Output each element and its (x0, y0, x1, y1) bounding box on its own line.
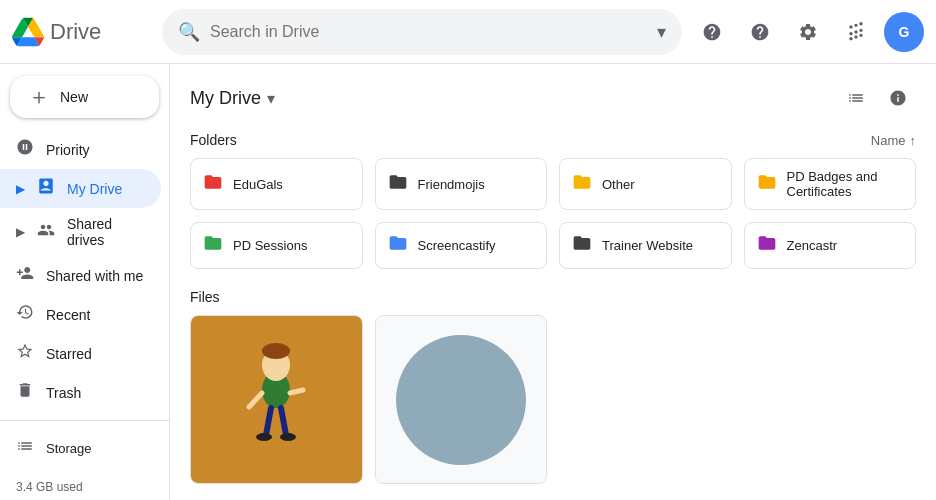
folder-icon-zencastr (757, 233, 777, 258)
shared-with-me-icon (16, 264, 34, 287)
sort-arrow-icon: ↑ (910, 133, 917, 148)
search-icon: 🔍 (178, 21, 200, 43)
sort-label-text: Name (871, 133, 906, 148)
folders-section-label: Folders Name ↑ (190, 132, 916, 148)
drive-title-text: My Drive (190, 88, 261, 109)
svg-point-8 (280, 433, 296, 441)
shared-drives-expand-icon: ▶ (16, 225, 25, 239)
files-section-label: Files (190, 289, 916, 305)
drawing-thumbnail (376, 316, 547, 483)
folder-icon-pd-sessions (203, 233, 223, 258)
my-drive-icon (37, 177, 55, 200)
folder-name-pd-badges: PD Badges and Certificates (787, 169, 904, 199)
folder-card-trainer-website[interactable]: Trainer Website (559, 222, 732, 269)
folder-card-pd-badges[interactable]: PD Badges and Certificates (744, 158, 917, 210)
main-layout: ＋ New Priority ▶ My Drive ▶ Shared drive… (0, 64, 936, 500)
sidebar-item-priority[interactable]: Priority (0, 130, 161, 169)
logo-area: Drive (12, 16, 152, 48)
help-feedback-button[interactable] (692, 12, 732, 52)
sidebar-item-shared-with-me-label: Shared with me (46, 268, 143, 284)
folder-icon-friendmojis (388, 172, 408, 197)
storage-label: Storage (46, 441, 92, 456)
support-button[interactable] (740, 12, 780, 52)
folder-name-edugals: EduGals (233, 177, 283, 192)
sidebar-item-my-drive-label: My Drive (67, 181, 122, 197)
svg-point-7 (256, 433, 272, 441)
drawing-circle (396, 335, 526, 465)
folder-name-friendmojis: Friendmojis (418, 177, 485, 192)
sidebar-item-shared-drives[interactable]: ▶ Shared drives (0, 208, 161, 256)
bitmoji-thumbnail (191, 316, 362, 483)
svg-line-3 (249, 393, 262, 407)
search-input[interactable] (210, 23, 647, 41)
sidebar-item-starred[interactable]: Starred (0, 334, 161, 373)
sidebar-item-my-drive[interactable]: ▶ My Drive (0, 169, 161, 208)
new-button-label: New (60, 89, 88, 105)
folder-icon-other (572, 172, 592, 197)
bitmoji-figure (231, 335, 321, 465)
new-button[interactable]: ＋ New (10, 76, 159, 118)
folder-card-friendmojis[interactable]: Friendmojis (375, 158, 548, 210)
sidebar: ＋ New Priority ▶ My Drive ▶ Shared drive… (0, 64, 170, 500)
folder-name-screencastify: Screencastify (418, 238, 496, 253)
folder-icon-trainer-website (572, 233, 592, 258)
search-dropdown-icon[interactable]: ▾ (657, 21, 666, 43)
content-area: My Drive ▾ Folders Name ↑ (170, 64, 936, 500)
drawing-file-footer: Untitled drawing (376, 483, 547, 484)
sidebar-item-trash[interactable]: Trash (0, 373, 161, 412)
sidebar-item-recent-label: Recent (46, 307, 90, 323)
starred-icon (16, 342, 34, 365)
shared-drives-icon (37, 221, 55, 244)
folder-grid: EduGals Friendmojis Other PD Badges and … (190, 158, 916, 269)
sidebar-item-storage[interactable]: Storage (0, 429, 161, 468)
topbar-icons: G (692, 12, 924, 52)
sidebar-item-trash-label: Trash (46, 385, 81, 401)
folder-card-other[interactable]: Other (559, 158, 732, 210)
storage-icon (16, 437, 34, 460)
folder-icon-pd-badges (757, 172, 777, 197)
folder-card-zencastr[interactable]: Zencastr (744, 222, 917, 269)
folder-icon-edugals (203, 172, 223, 197)
drive-title[interactable]: My Drive ▾ (190, 88, 275, 109)
list-view-button[interactable] (838, 80, 874, 116)
settings-button[interactable] (788, 12, 828, 52)
storage-used-label: 3.4 GB used (16, 480, 83, 494)
search-bar[interactable]: 🔍 ▾ (162, 9, 682, 55)
folder-card-screencastify[interactable]: Screencastify (375, 222, 548, 269)
file-card-bitmoji[interactable]: Bitmoji Sticker Template (190, 315, 363, 484)
folder-card-edugals[interactable]: EduGals (190, 158, 363, 210)
drive-title-chevron-icon: ▾ (267, 89, 275, 108)
storage-section: 3.4 GB used (0, 468, 169, 500)
sort-control[interactable]: Name ↑ (871, 133, 916, 148)
svg-point-2 (262, 343, 290, 359)
sidebar-item-shared-drives-label: Shared drives (67, 216, 149, 248)
trash-icon (16, 381, 34, 404)
my-drive-expand-icon: ▶ (16, 182, 25, 196)
sidebar-item-priority-label: Priority (46, 142, 90, 158)
sidebar-item-recent[interactable]: Recent (0, 295, 161, 334)
file-card-untitled-drawing[interactable]: Untitled drawing (375, 315, 548, 484)
folder-icon-screencastify (388, 233, 408, 258)
folder-name-other: Other (602, 177, 635, 192)
folder-name-pd-sessions: PD Sessions (233, 238, 307, 253)
topbar: Drive 🔍 ▾ G (0, 0, 936, 64)
folder-name-trainer-website: Trainer Website (602, 238, 693, 253)
header-actions (838, 80, 916, 116)
files-label-text: Files (190, 289, 220, 305)
bitmoji-file-footer: Bitmoji Sticker Template (191, 483, 362, 484)
sidebar-item-starred-label: Starred (46, 346, 92, 362)
apps-button[interactable] (836, 12, 876, 52)
svg-line-6 (281, 408, 286, 435)
recent-icon (16, 303, 34, 326)
sidebar-item-shared-with-me[interactable]: Shared with me (0, 256, 161, 295)
info-button[interactable] (880, 80, 916, 116)
svg-line-5 (266, 408, 271, 435)
folder-name-zencastr: Zencastr (787, 238, 838, 253)
svg-line-4 (290, 390, 303, 393)
folder-card-pd-sessions[interactable]: PD Sessions (190, 222, 363, 269)
folders-label-text: Folders (190, 132, 237, 148)
priority-icon (16, 138, 34, 161)
account-button[interactable]: G (884, 12, 924, 52)
files-grid: Bitmoji Sticker Template Untitled drawin… (190, 315, 916, 484)
new-plus-icon: ＋ (28, 86, 50, 108)
